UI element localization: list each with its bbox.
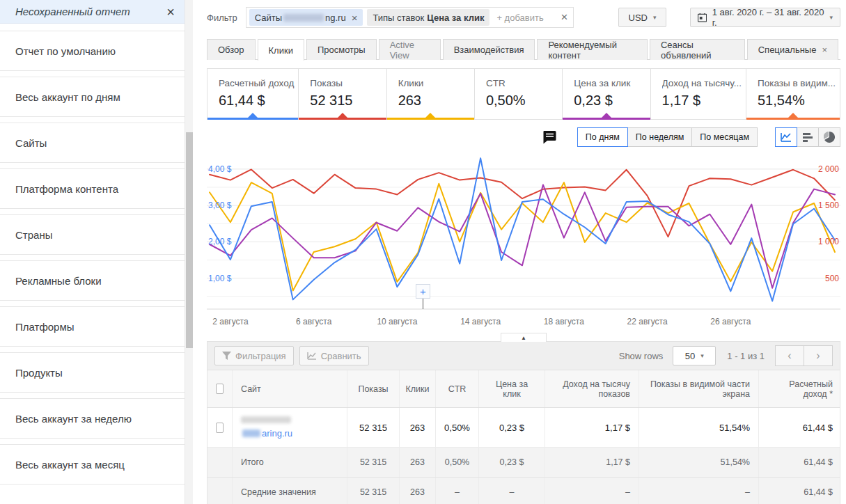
tab-label: Просмотры (318, 45, 366, 55)
chart-zoom-handle[interactable]: + (416, 284, 430, 299)
left-axis-label: 1,00 $ (208, 274, 232, 283)
chevron-down-icon: ▾ (700, 352, 704, 359)
currency-selector[interactable]: USD ▾ (618, 8, 666, 27)
pie-chart-button[interactable] (818, 127, 840, 147)
metric-card[interactable]: CTR0,50% (474, 69, 562, 119)
summary-value: 263 (400, 478, 436, 504)
sidebar-scrollbar[interactable] (185, 0, 193, 504)
metric-card[interactable]: Показы в видим...51,54% (746, 69, 840, 119)
summary-value: – (436, 478, 479, 504)
tab-обзор[interactable]: Обзор (207, 39, 256, 60)
metric-value: 52 315 (310, 93, 386, 109)
collapse-chart-button[interactable]: ▲ (501, 333, 547, 342)
tab-рекомендуемый-контент[interactable]: Рекомендуемый контент (537, 39, 647, 60)
metric-underline (299, 118, 386, 120)
metric-underline-notch (248, 113, 258, 118)
sidebar-item-весь-аккаунт-за-неделю[interactable]: Весь аккаунт за неделю (0, 398, 185, 439)
summary-value: 61,44 $ (759, 448, 841, 477)
unsaved-report-header: Несохраненный отчет × (0, 0, 185, 24)
chevron-down-icon: ▾ (653, 14, 657, 21)
chip-prefix: Сайты (255, 13, 282, 23)
metric-card[interactable]: Расчетный доход61,44 $ (207, 69, 298, 119)
x-axis-label: 6 августа (296, 317, 332, 326)
chart-zoom-tick (423, 299, 423, 309)
sidebar-item-весь-аккаунт-за-месяц[interactable]: Весь аккаунт за месяц (0, 444, 185, 485)
sidebar-item-платформа-контента[interactable]: Платформа контента (0, 168, 185, 209)
granularity-по-дням[interactable]: По дням (577, 127, 628, 147)
report-main: Фильтр Сайтыng.ru×Типы ставокЦена за кли… (193, 0, 846, 504)
chip-prefix: Типы ставок (373, 13, 424, 23)
metric-label: Доход на тысячу... (662, 78, 746, 88)
date-range-picker[interactable]: 1 авг. 2020 г. – 31 авг. 2020 г. ▾ (690, 8, 840, 27)
tab-label: Обзор (218, 45, 244, 55)
granularity-по-месяцам[interactable]: По месяцам (691, 127, 758, 147)
bar-chart-button[interactable] (797, 127, 819, 147)
metric-underline (207, 118, 298, 120)
table-cell-value: 263 (400, 408, 436, 447)
sidebar-item-сайты[interactable]: Сайты (0, 123, 185, 163)
right-axis-label: 1 000 (818, 237, 839, 246)
metric-card[interactable]: Цена за клик0,23 $ (562, 69, 650, 119)
header-checkbox-cell (207, 370, 233, 407)
add-filter-placeholder[interactable]: + добавить (496, 13, 561, 23)
scrollbar-thumb[interactable] (186, 132, 193, 348)
annotations-button[interactable] (539, 127, 560, 147)
rows-per-page-value: 50 (685, 351, 695, 361)
metric-card[interactable]: Доход на тысячу...1,17 $ (650, 69, 746, 119)
filter-input[interactable]: Сайтыng.ru×Типы ставокЦена за клик + доб… (246, 7, 574, 28)
metric-value: 0,50% (486, 93, 562, 109)
prev-page-button[interactable]: ‹ (775, 345, 804, 366)
sidebar-item-весь-аккаунт-по-дням[interactable]: Весь аккаунт по дням (0, 77, 185, 117)
report-tabs: ОбзорКликиПросмотрыActive ViewВзаимодейс… (207, 39, 840, 60)
table-cell-value: 52 315 (347, 408, 400, 447)
metric-value: 51,54% (758, 93, 840, 109)
sidebar-item-страны[interactable]: Страны (0, 214, 185, 255)
comment-icon (542, 129, 557, 145)
filter-label: Фильтр (207, 13, 237, 23)
metric-value: 61,44 $ (219, 93, 298, 109)
metric-card[interactable]: Клики263 (386, 69, 474, 119)
line-chart-button[interactable] (775, 127, 797, 147)
adsense-report-page: Несохраненный отчет × Отчет по умолчанию… (0, 0, 846, 504)
close-tab-icon[interactable]: × (822, 45, 827, 55)
column-header: Сайт (233, 370, 347, 407)
compare-chart-icon (307, 352, 317, 360)
redacted-site-name (283, 14, 324, 22)
metric-underline-notch (788, 113, 798, 118)
filter-table-button[interactable]: Фильтрация (214, 346, 294, 365)
chart-area: 4,00 $3,00 $2,00 $1,00 $2 0001 5001 0005… (207, 150, 840, 333)
summary-value: 51,54% (639, 448, 759, 477)
tab-просмотры[interactable]: Просмотры (306, 39, 377, 60)
tab-взаимодействия[interactable]: Взаимодействия (443, 39, 535, 60)
remove-chip-icon[interactable]: × (352, 12, 358, 24)
close-icon[interactable]: × (166, 5, 175, 19)
tab-клики[interactable]: Клики (258, 39, 304, 61)
chip-value: Цена за клик (427, 13, 484, 23)
filter-table-label: Фильтрация (235, 351, 286, 361)
sidebar-item-платформы[interactable]: Платформы (0, 306, 185, 347)
tab-active-view[interactable]: Active View (379, 39, 441, 60)
granularity-по-неделям[interactable]: По неделям (627, 127, 692, 147)
redacted-site-name (242, 430, 260, 437)
filter-chip[interactable]: Типы ставокЦена за клик (367, 9, 489, 26)
compare-button[interactable]: Сравнить (299, 346, 369, 365)
tab-специальные[interactable]: Специальные× (747, 39, 838, 60)
select-all-checkbox[interactable] (216, 384, 224, 394)
rows-per-page-select[interactable]: 50 ▾ (673, 346, 716, 365)
next-page-button[interactable]: › (804, 345, 833, 366)
site-link[interactable]: aring.ru (241, 428, 292, 439)
sidebar-item-отчет-по-умолчанию[interactable]: Отчет по умолчанию (0, 31, 185, 71)
sidebar-item-продукты[interactable]: Продукты (0, 352, 185, 393)
table-cell-value: 0,50% (436, 408, 479, 447)
table-cell-value: 1,17 $ (545, 408, 639, 447)
filter-chip[interactable]: Сайтыng.ru× (249, 9, 363, 26)
tab-сеансы-объявлений[interactable]: Сеансы объявлений (650, 39, 745, 60)
site-domain-suffix: aring.ru (262, 428, 292, 439)
table-row[interactable]: aring.ru52 3152630,50%0,23 $1,17 $51,54%… (207, 408, 840, 448)
sidebar-item-рекламные-блоки[interactable]: Рекламные блоки (0, 260, 185, 301)
pagination-controls: ‹ › (776, 345, 833, 366)
clear-filters-icon[interactable]: × (561, 10, 567, 24)
metric-card[interactable]: Показы52 315 (298, 69, 386, 119)
row-checkbox[interactable] (216, 423, 224, 433)
chip-value-suffix: ng.ru (325, 13, 346, 23)
